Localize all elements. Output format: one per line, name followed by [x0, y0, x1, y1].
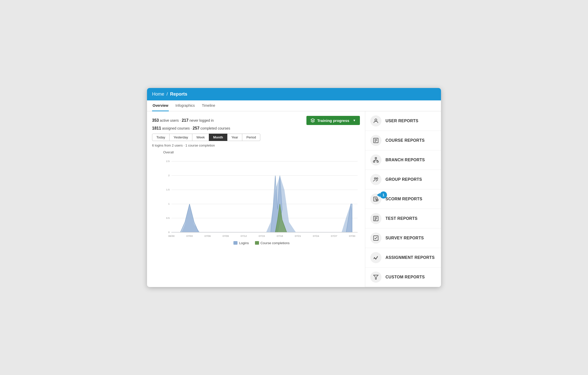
custom-icon-wrap [370, 272, 381, 283]
svg-text:2.5: 2.5 [166, 160, 170, 163]
assignment-icon [373, 255, 379, 261]
svg-text:07/27: 07/27 [331, 235, 337, 237]
svg-rect-31 [377, 161, 378, 162]
stats-users: 353 active users · 217 never logged in [152, 118, 214, 123]
group-reports-label: GROUP REPORTS [385, 177, 422, 182]
training-btn-arrow: ▼ [353, 119, 356, 122]
user-icon [373, 118, 379, 124]
tab-infographics[interactable]: Infographics [175, 100, 195, 111]
bubble-count: 1 [380, 191, 387, 199]
summary-text: 6 logins from 2 users · 1 course complet… [152, 144, 360, 147]
svg-text:1.5: 1.5 [166, 188, 170, 191]
svg-rect-29 [375, 157, 377, 159]
course-icon-wrap [370, 135, 381, 146]
sidebar-item-scorm-reports[interactable]: SCORM REPORTS 1 [365, 189, 441, 209]
svg-text:07/03: 07/03 [186, 235, 193, 237]
assignment-icon-wrap [370, 252, 381, 263]
svg-text:06/30: 06/30 [168, 235, 175, 237]
period-month[interactable]: Month [209, 134, 227, 141]
branch-icon [373, 157, 379, 163]
sidebar-item-branch-reports[interactable]: BRANCH REPORTS [365, 150, 441, 170]
svg-text:07/24: 07/24 [313, 235, 319, 237]
active-users-label: active users [160, 118, 179, 122]
survey-icon [373, 235, 379, 241]
svg-text:07/21: 07/21 [295, 235, 301, 237]
legend-logins: Logins [233, 241, 249, 245]
survey-reports-label: SURVEY REPORTS [385, 236, 424, 240]
period-yesterday[interactable]: Yesterday [169, 134, 192, 141]
sidebar-item-survey-reports[interactable]: SURVEY REPORTS [365, 228, 441, 248]
sidebar-item-course-reports[interactable]: COURSE REPORTS [365, 131, 441, 150]
assignment-reports-label: ASSIGNMENT REPORTS [385, 255, 435, 260]
tab-overview[interactable]: Overview [152, 100, 169, 111]
svg-text:07/12: 07/12 [241, 235, 247, 237]
legend-completions-color [255, 241, 259, 245]
branch-icon-wrap [370, 154, 381, 166]
period-year[interactable]: Year [227, 134, 242, 141]
chart-legend: Logins Course completions [163, 241, 360, 245]
svg-point-24 [375, 119, 377, 121]
sidebar: USER REPORTS COURSE REPORTS [365, 111, 441, 287]
test-icon [373, 216, 379, 222]
svg-point-36 [374, 178, 376, 179]
svg-text:0: 0 [168, 231, 170, 234]
sidebar-item-assignment-reports[interactable]: ASSIGNMENT REPORTS [365, 248, 441, 267]
user-reports-label: USER REPORTS [385, 119, 418, 123]
legend-logins-label: Logins [239, 241, 249, 245]
svg-text:07/06: 07/06 [205, 235, 211, 237]
svg-text:0.5: 0.5 [166, 217, 170, 219]
legend-logins-color [233, 241, 237, 245]
course-reports-label: COURSE REPORTS [385, 138, 425, 143]
breadcrumb-separator: / [167, 92, 168, 97]
tab-timeline[interactable]: Timeline [201, 100, 216, 111]
svg-text:1: 1 [168, 202, 170, 205]
tab-bar: Overview Infographics Timeline [147, 100, 441, 111]
active-users-count: 353 [152, 118, 159, 122]
branch-reports-label: BRANCH REPORTS [385, 158, 425, 162]
group-icon-wrap [370, 174, 381, 185]
app-window: Home / Reports Overview Infographics Tim… [147, 88, 441, 287]
svg-text:07/15: 07/15 [259, 235, 265, 237]
sidebar-item-user-reports[interactable]: USER REPORTS [365, 111, 441, 131]
user-icon-wrap [370, 115, 381, 127]
svg-text:2: 2 [168, 174, 170, 177]
custom-reports-label: CUSTOM REPORTS [385, 275, 425, 279]
period-week[interactable]: Week [192, 134, 209, 141]
header-bar: Home / Reports [147, 88, 441, 100]
bubble-arrow [377, 193, 380, 197]
stats-row-2: 1811 assigned courses · 257 completed co… [152, 126, 360, 131]
svg-text:07/30: 07/30 [349, 235, 355, 237]
assigned-courses-count: 1811 [152, 126, 161, 130]
scorm-reports-label: SCORM REPORTS [385, 197, 422, 201]
breadcrumb-current: Reports [170, 92, 187, 97]
sidebar-item-test-reports[interactable]: TEST REPORTS [365, 209, 441, 228]
sidebar-item-group-reports[interactable]: GROUP REPORTS [365, 170, 441, 189]
content-area: 353 active users · 217 never logged in T… [147, 111, 365, 287]
chart-svg-wrapper: 0 0.5 1 1.5 2 2.5 [163, 156, 360, 239]
main-content: 353 active users · 217 never logged in T… [147, 111, 441, 287]
svg-text:07/18: 07/18 [277, 235, 283, 237]
course-icon [373, 137, 379, 144]
training-icon [310, 118, 315, 123]
svg-point-38 [376, 180, 376, 180]
chart-svg: 0 0.5 1 1.5 2 2.5 [163, 156, 360, 238]
sidebar-item-custom-reports[interactable]: CUSTOM REPORTS [365, 267, 441, 287]
filter-icon [373, 274, 379, 280]
stats-row-1: 353 active users · 217 never logged in T… [152, 116, 360, 125]
breadcrumb-home[interactable]: Home [152, 92, 164, 97]
breadcrumb: Home / Reports [152, 92, 436, 97]
chart-area: Overall 0 0.5 1 1.5 2 2.5 [152, 150, 360, 258]
test-reports-label: TEST REPORTS [385, 216, 417, 221]
survey-icon-wrap [370, 233, 381, 244]
legend-completions: Course completions [255, 241, 290, 245]
period-period[interactable]: Period [242, 134, 260, 141]
training-btn-label: Training progress [317, 118, 349, 123]
completed-courses-count: 257 [193, 126, 199, 130]
group-icon [373, 176, 379, 183]
assigned-courses-label: assigned courses [162, 126, 190, 130]
period-selector: Today Yesterday Week Month Year Period [152, 134, 360, 141]
legend-completions-label: Course completions [261, 241, 290, 245]
test-icon-wrap [370, 213, 381, 224]
training-progress-button[interactable]: Training progress ▼ [306, 116, 360, 125]
period-today[interactable]: Today [152, 134, 170, 141]
